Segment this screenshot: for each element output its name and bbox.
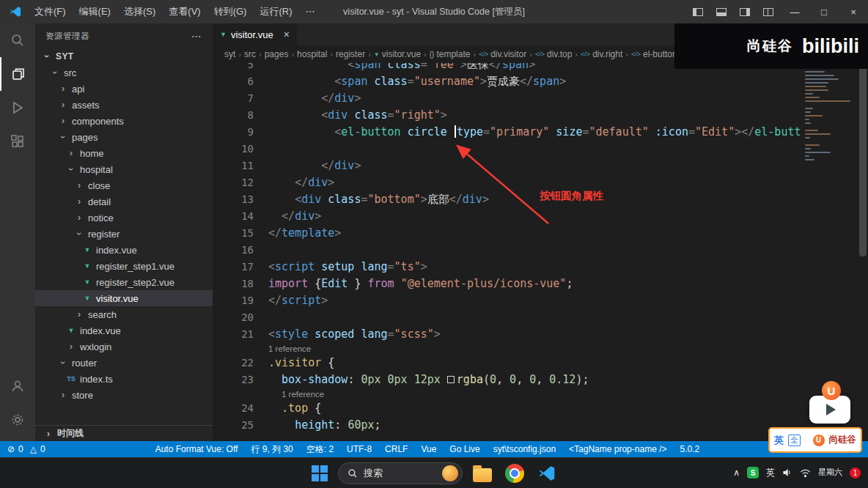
- tree-item-router[interactable]: ›router: [35, 355, 213, 371]
- status-item[interactable]: Auto Format Vue: Off: [155, 444, 238, 454]
- status-item[interactable]: <TagName prop-name />: [569, 444, 666, 454]
- tree-item-components[interactable]: ›components: [35, 113, 213, 129]
- line-number: 16: [213, 242, 254, 259]
- vscode-icon: [537, 464, 556, 483]
- status-item[interactable]: 行 9, 列 30: [251, 443, 293, 456]
- menu-item[interactable]: 转到(G): [207, 0, 254, 23]
- taskbar-search[interactable]: 搜索: [338, 462, 463, 484]
- tree-item-notice[interactable]: ›notice: [35, 210, 213, 226]
- status-item[interactable]: Go Live: [449, 444, 479, 454]
- toggle-secondary-sidebar-icon[interactable]: [740, 8, 750, 16]
- menu-item[interactable]: 编辑(E): [73, 0, 117, 23]
- menu-item[interactable]: 选择(S): [117, 0, 162, 23]
- breadcrumb-item-pages[interactable]: pages: [265, 49, 289, 59]
- sogou-icon[interactable]: S: [747, 467, 759, 478]
- notification-badge[interactable]: 1: [850, 467, 861, 478]
- wifi-icon[interactable]: [800, 468, 811, 478]
- scrollbar-track[interactable]: [858, 63, 868, 441]
- tree-item-index.ts[interactable]: TSindex.ts: [35, 371, 213, 387]
- codelens-label[interactable]: 1 reference: [268, 343, 311, 355]
- chrome-button[interactable]: [502, 459, 527, 488]
- tray-chevron-icon[interactable]: ∧: [733, 467, 740, 478]
- minimize-button[interactable]: —: [780, 0, 809, 23]
- speaker-icon[interactable]: [782, 467, 792, 478]
- tree-item-src[interactable]: ›src: [35, 64, 213, 81]
- breadcrumb-item-div.top[interactable]: </>div.top: [535, 49, 572, 59]
- status-item[interactable]: CRLF: [385, 444, 408, 454]
- file-explorer-button[interactable]: [470, 459, 495, 488]
- code-editor[interactable]: 5 <span class="fee">医保</span>6 <span cla…: [213, 63, 801, 441]
- tree-item-register_step2.vue[interactable]: ▼register_step2.vue: [35, 274, 213, 290]
- ime-toolbar[interactable]: 英 全 U 尚硅谷: [768, 427, 862, 453]
- tree-item-store[interactable]: ›store: [35, 387, 213, 403]
- color-swatch-icon[interactable]: [447, 376, 455, 383]
- tree-item-close[interactable]: ›close: [35, 177, 213, 193]
- close-button[interactable]: ×: [839, 0, 868, 23]
- breadcrumb-separator-icon: ›: [625, 50, 628, 59]
- vscode-button[interactable]: [534, 459, 559, 488]
- chevron-icon: ›: [73, 309, 85, 319]
- tree-item-api[interactable]: ›api: [35, 81, 213, 97]
- ime-indicator[interactable]: 英: [766, 467, 775, 479]
- start-button[interactable]: [309, 459, 331, 488]
- toggle-panel-icon[interactable]: [716, 8, 727, 16]
- tab-close-icon[interactable]: ×: [284, 29, 290, 40]
- tree-item-detail[interactable]: ›detail: [35, 193, 213, 210]
- ime-fullwidth-toggle[interactable]: 全: [788, 435, 801, 446]
- ime-mode-toggle[interactable]: 英: [774, 434, 784, 447]
- code-line: 22.visitor {: [213, 355, 801, 371]
- tree-item-pages[interactable]: ›pages: [35, 129, 213, 145]
- tree-item-label: assets: [72, 100, 100, 111]
- search-icon[interactable]: [0, 23, 35, 57]
- title-bar: 文件(F)编辑(E)选择(S)查看(V)转到(G)运行(R)⋯ visitor.…: [0, 0, 868, 23]
- status-item[interactable]: 5.0.2: [680, 444, 699, 454]
- tree-item-register[interactable]: ›register: [35, 226, 213, 242]
- timeline-section[interactable]: › 时间线: [35, 425, 213, 441]
- taskbar-clock[interactable]: 星期六: [818, 467, 842, 478]
- account-icon[interactable]: [0, 369, 35, 403]
- codelens-label[interactable]: 1 reference: [268, 388, 324, 400]
- breadcrumb-item-div.right[interactable]: </>div.right: [581, 49, 622, 59]
- breadcrumb-item-syt[interactable]: syt: [224, 49, 235, 59]
- chrome-icon: [505, 464, 524, 483]
- toggle-sidebar-icon[interactable]: [693, 8, 703, 16]
- tree-item-register_step1.vue[interactable]: ▼register_step1.vue: [35, 258, 213, 274]
- breadcrumb-item-el-button[interactable]: </>el-button: [631, 49, 677, 59]
- tree-item-wxlogin[interactable]: ›wxlogin: [35, 339, 213, 355]
- tree-item-SYT[interactable]: ›SYT: [35, 48, 213, 64]
- breadcrumb-item-register[interactable]: register: [336, 49, 365, 59]
- settings-gear-icon[interactable]: [0, 403, 35, 437]
- explorer-icon[interactable]: [0, 57, 35, 91]
- more-actions-icon[interactable]: ⋯: [191, 30, 202, 42]
- tree-item-assets[interactable]: ›assets: [35, 97, 213, 113]
- breadcrumb-item-hospital[interactable]: hospital: [297, 49, 327, 59]
- menu-item[interactable]: 运行(R): [253, 0, 298, 23]
- menu-item[interactable]: 文件(F): [28, 0, 73, 23]
- status-item[interactable]: syt\tsconfig.json: [493, 444, 556, 454]
- tab-visitor-vue[interactable]: ▼ visitor.vue ×: [213, 23, 297, 45]
- tree-item-search[interactable]: ›search: [35, 306, 213, 322]
- customize-layout-icon[interactable]: [763, 8, 773, 16]
- tree-item-home[interactable]: ›home: [35, 145, 213, 161]
- status-item[interactable]: UTF-8: [347, 444, 372, 454]
- code-line: 8 <div class="right">: [213, 107, 801, 124]
- status-item[interactable]: Vue: [421, 444, 436, 454]
- breadcrumb-item-visitor.vue[interactable]: ▼visitor.vue: [374, 49, 421, 59]
- tree-item-index.vue[interactable]: ▼index.vue: [35, 242, 213, 258]
- breadcrumb-label: el-button: [643, 49, 677, 59]
- maximize-button[interactable]: □: [809, 0, 839, 23]
- breadcrumb-item-src[interactable]: src: [244, 49, 256, 59]
- scrollbar-thumb[interactable]: [859, 64, 867, 256]
- breadcrumb-item-div.visitor[interactable]: </>div.visitor: [479, 49, 526, 59]
- breadcrumb-item-template[interactable]: {}template: [430, 49, 471, 59]
- status-item[interactable]: 空格: 2: [306, 443, 334, 456]
- menu-item[interactable]: ⋯: [298, 0, 321, 23]
- tree-item-hospital[interactable]: ›hospital: [35, 161, 213, 177]
- problems-indicator[interactable]: ⊘ 0 △ 0: [0, 444, 45, 454]
- menu-item[interactable]: 查看(V): [162, 0, 207, 23]
- tree-item-index.vue[interactable]: ▼index.vue: [35, 322, 213, 339]
- tree-item-visitor.vue[interactable]: ▼visitor.vue: [35, 290, 213, 306]
- run-debug-icon[interactable]: [0, 91, 35, 125]
- extensions-icon[interactable]: [0, 125, 35, 158]
- video-play-overlay[interactable]: U: [809, 381, 853, 424]
